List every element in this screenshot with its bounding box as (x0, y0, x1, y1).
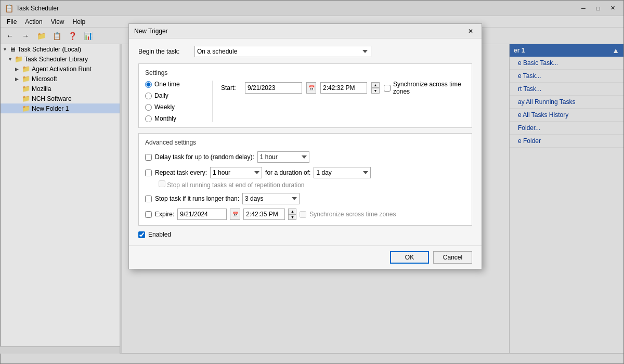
radio-monthly-input[interactable] (145, 115, 152, 122)
expire-date-input[interactable] (177, 209, 227, 220)
repeat-value-select[interactable]: 1 hour 30 minutes (210, 167, 262, 178)
dialog-body: Begin the task: On a schedule At log on … (129, 38, 482, 245)
stop-longer-row: Stop task if it runs longer than: 3 days… (145, 193, 465, 204)
radio-one-time[interactable]: One time (145, 81, 204, 88)
delay-task-row: Delay task for up to (random delay): 1 h… (145, 151, 465, 163)
stop-longer-checkbox[interactable] (145, 196, 152, 202)
settings-section: Settings One time Daily Weekly (138, 63, 472, 128)
expire-checkbox[interactable] (145, 211, 152, 218)
begin-task-select[interactable]: On a schedule At log on At startup (194, 46, 371, 57)
start-label: Start: (221, 84, 241, 92)
delay-task-select[interactable]: 1 hour 30 minutes (257, 151, 309, 163)
new-trigger-dialog: New Trigger ✕ Begin the task: On a sched… (128, 23, 482, 269)
stop-running-label: Stop all running tasks at end of repetit… (167, 181, 304, 189)
enabled-checkbox[interactable] (138, 231, 145, 238)
radio-daily-label: Daily (154, 92, 168, 99)
sync-timezone-checkbox[interactable] (384, 85, 391, 92)
sync-timezone-label: Synchronize across time zones (393, 81, 465, 95)
start-date-input[interactable] (245, 82, 302, 94)
advanced-title: Advanced settings (145, 139, 465, 146)
repeat-task-checkbox[interactable] (145, 170, 152, 176)
radio-daily[interactable]: Daily (145, 92, 204, 99)
for-duration-label: for a duration of: (265, 169, 310, 176)
radio-weekly-input[interactable] (145, 104, 152, 111)
radio-col: One time Daily Weekly Monthly (145, 81, 213, 122)
time-down-button[interactable]: ▼ (371, 88, 380, 94)
stop-longer-select[interactable]: 3 days 1 day (242, 193, 300, 204)
expire-label: Expire: (155, 211, 174, 218)
radio-weekly[interactable]: Weekly (145, 103, 204, 111)
delay-task-checkbox[interactable] (145, 154, 152, 161)
radio-one-time-input[interactable] (145, 81, 152, 88)
ok-button[interactable]: OK (390, 251, 429, 264)
expire-date-picker-button[interactable]: 📅 (230, 209, 240, 220)
settings-row: One time Daily Weekly Monthly (145, 81, 465, 122)
start-date-picker-button[interactable]: 📅 (306, 82, 316, 94)
settings-title: Settings (145, 69, 465, 76)
stop-running-row: Stop all running tasks at end of repetit… (145, 180, 465, 189)
expire-sync-checkbox[interactable] (300, 211, 306, 218)
radio-one-time-label: One time (154, 81, 180, 88)
delay-task-label: Delay task for up to (random delay): (155, 153, 254, 161)
advanced-section: Advanced settings Delay task for up to (… (138, 133, 472, 226)
begin-task-label: Begin the task: (138, 48, 190, 55)
duration-select[interactable]: 1 day 2 hours (314, 167, 371, 178)
enabled-row: Enabled (138, 231, 472, 238)
start-row: Start: 📅 ▲ ▼ Synchronize across time zon… (221, 81, 465, 95)
expire-time-up-button[interactable]: ▲ (288, 209, 296, 214)
radio-monthly-label: Monthly (154, 115, 176, 122)
repeat-task-row: Repeat task every: 1 hour 30 minutes for… (145, 167, 465, 178)
start-time-input[interactable] (320, 82, 367, 94)
stop-longer-label: Stop task if it runs longer than: (155, 195, 239, 202)
dialog-title: New Trigger (134, 28, 465, 35)
sync-row: Synchronize across time zones (384, 81, 465, 95)
expire-time-input[interactable] (243, 209, 285, 220)
time-spinners: ▲ ▼ (371, 82, 380, 94)
dialog-footer: OK Cancel (129, 245, 482, 269)
radio-daily-input[interactable] (145, 93, 152, 99)
dialog-close-button[interactable]: ✕ (465, 26, 476, 36)
time-up-button[interactable]: ▲ (371, 82, 380, 88)
radio-weekly-label: Weekly (154, 103, 175, 111)
stop-running-checkbox[interactable] (159, 180, 165, 187)
expire-time-spinners: ▲ ▼ (288, 209, 296, 220)
schedule-col: Start: 📅 ▲ ▼ Synchronize across time zon… (213, 81, 465, 99)
enabled-label: Enabled (148, 231, 171, 238)
dialog-title-bar: New Trigger ✕ (129, 24, 482, 38)
expire-sync-label: Synchronize across time zones (309, 211, 396, 218)
begin-task-row: Begin the task: On a schedule At log on … (138, 46, 472, 57)
expire-row: Expire: 📅 ▲ ▼ Synchronize across time zo… (145, 209, 465, 220)
radio-monthly[interactable]: Monthly (145, 115, 204, 122)
expire-time-down-button[interactable]: ▼ (288, 214, 296, 220)
cancel-button[interactable]: Cancel (433, 251, 472, 264)
repeat-task-label: Repeat task every: (155, 169, 207, 176)
